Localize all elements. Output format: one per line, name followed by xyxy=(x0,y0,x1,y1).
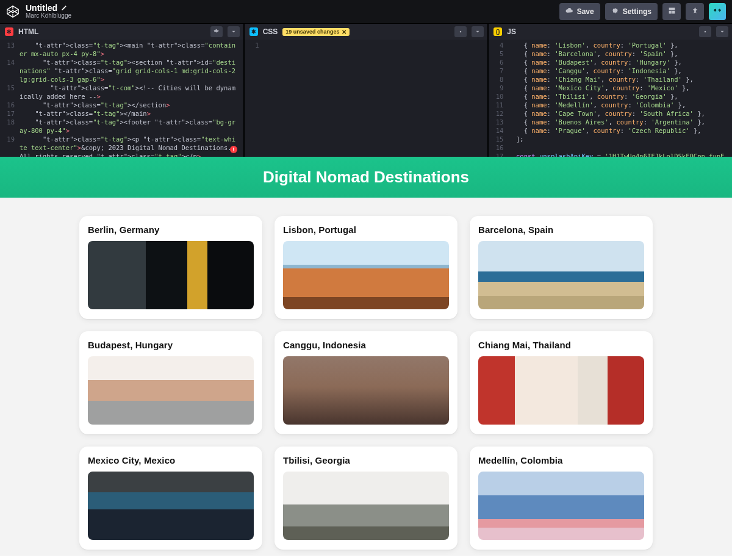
css-badge-icon: ✱ xyxy=(249,27,258,36)
html-badge-icon: ✻ xyxy=(5,27,13,36)
card-title: Tbilisi, Georgia xyxy=(283,455,449,465)
settings-button[interactable]: Settings xyxy=(605,3,658,20)
panel-js-chevron-button[interactable] xyxy=(716,26,728,37)
panel-css-header: ✱ CSS 19 unsaved changes ✕ xyxy=(245,24,488,40)
card-image xyxy=(88,356,254,425)
card-title: Mexico City, Mexico xyxy=(88,455,254,465)
editors-row: ✻ HTML 13 "t-attr">class="t-tag"><main "… xyxy=(0,23,732,157)
card-image xyxy=(478,356,644,425)
js-badge-icon: {} xyxy=(493,27,502,36)
card-title: Berlin, Germany xyxy=(88,224,254,235)
panel-js-editor[interactable]: 4 { name: 'Lisbon', country: 'Portugal' … xyxy=(489,40,732,157)
pen-author[interactable]: Marc Köhlblügge xyxy=(26,13,71,20)
pin-button[interactable] xyxy=(686,3,704,20)
layout-button[interactable] xyxy=(662,3,681,20)
panel-html-editor[interactable]: 13 "t-attr">class="t-tag"><main "t-attr"… xyxy=(0,40,243,157)
panel-css: ✱ CSS 19 unsaved changes ✕ 1 xyxy=(245,24,489,157)
hero-title: Digital Nomad Destinations xyxy=(263,168,469,186)
layout-icon xyxy=(668,7,676,16)
svg-point-4 xyxy=(460,31,462,33)
card-title: Medellín, Colombia xyxy=(478,455,644,465)
panel-html-settings-button[interactable] xyxy=(210,26,223,37)
destination-card[interactable]: Berlin, Germany xyxy=(79,216,262,319)
pen-title-block: Untitled Marc Köhlblügge xyxy=(26,4,71,19)
panel-js-header: {} JS xyxy=(489,24,732,40)
panel-js-settings-button[interactable] xyxy=(699,26,711,37)
card-image xyxy=(283,356,449,425)
destination-card[interactable]: Tbilisi, Georgia xyxy=(274,447,458,550)
cloud-icon xyxy=(565,7,573,16)
destination-card[interactable]: Budapest, Hungary xyxy=(79,331,262,434)
close-icon[interactable]: ✕ xyxy=(342,29,346,35)
panel-css-settings-button[interactable] xyxy=(454,26,467,37)
user-avatar[interactable] xyxy=(709,3,726,20)
card-image xyxy=(478,472,644,540)
card-image xyxy=(283,241,449,309)
destination-card[interactable]: Chiang Mai, Thailand xyxy=(470,331,653,434)
top-toolbar: Untitled Marc Köhlblügge Save Settings xyxy=(0,0,732,23)
card-title: Lisbon, Portugal xyxy=(283,224,449,235)
card-title: Budapest, Hungary xyxy=(88,340,254,350)
svg-rect-2 xyxy=(672,11,675,13)
card-image xyxy=(283,472,449,540)
panel-js-label: JS xyxy=(507,27,516,36)
svg-rect-0 xyxy=(669,8,675,10)
pin-icon xyxy=(691,7,699,16)
panel-js: {} JS 4 { name: 'Lisbon', country: 'Port… xyxy=(489,24,732,157)
pen-title[interactable]: Untitled xyxy=(26,4,57,13)
panel-html: ✻ HTML 13 "t-attr">class="t-tag"><main "… xyxy=(0,24,245,157)
preview-hero: Digital Nomad Destinations xyxy=(0,157,732,198)
unsaved-text: 19 unsaved changes xyxy=(285,29,339,35)
destination-card[interactable]: Medellín, Colombia xyxy=(470,447,653,550)
panel-html-header: ✻ HTML xyxy=(0,24,243,40)
unsaved-changes-badge: 19 unsaved changes ✕ xyxy=(282,28,350,36)
destination-card[interactable]: Barcelona, Spain xyxy=(470,216,653,319)
gear-icon xyxy=(611,7,619,16)
error-indicator-icon[interactable]: ! xyxy=(230,146,237,153)
card-title: Barcelona, Spain xyxy=(478,224,644,235)
card-image xyxy=(88,472,254,540)
destination-card[interactable]: Canggu, Indonesia xyxy=(274,331,458,434)
panel-html-chevron-button[interactable] xyxy=(228,26,240,37)
cards-grid: Berlin, GermanyLisbon, PortugalBarcelona… xyxy=(79,216,653,550)
save-label: Save xyxy=(577,7,594,16)
destination-card[interactable]: Mexico City, Mexico xyxy=(79,447,262,550)
card-image xyxy=(88,241,254,309)
card-title: Canggu, Indonesia xyxy=(283,340,449,350)
codepen-logo-icon[interactable] xyxy=(6,5,20,18)
panel-css-chevron-button[interactable] xyxy=(472,26,484,37)
save-button[interactable]: Save xyxy=(559,3,600,20)
preview-pane: Digital Nomad Destinations Berlin, Germa… xyxy=(0,157,732,556)
preview-body: Berlin, GermanyLisbon, PortugalBarcelona… xyxy=(0,198,732,556)
card-image xyxy=(478,241,644,309)
destination-card[interactable]: Lisbon, Portugal xyxy=(274,216,458,319)
panel-css-editor[interactable]: 1 xyxy=(245,40,488,157)
settings-label: Settings xyxy=(623,7,651,16)
svg-point-5 xyxy=(705,31,706,33)
panel-html-label: HTML xyxy=(18,27,38,36)
panel-css-label: CSS xyxy=(263,27,278,36)
card-title: Chiang Mai, Thailand xyxy=(478,340,644,350)
pencil-icon[interactable] xyxy=(61,4,67,13)
svg-rect-1 xyxy=(669,11,671,13)
